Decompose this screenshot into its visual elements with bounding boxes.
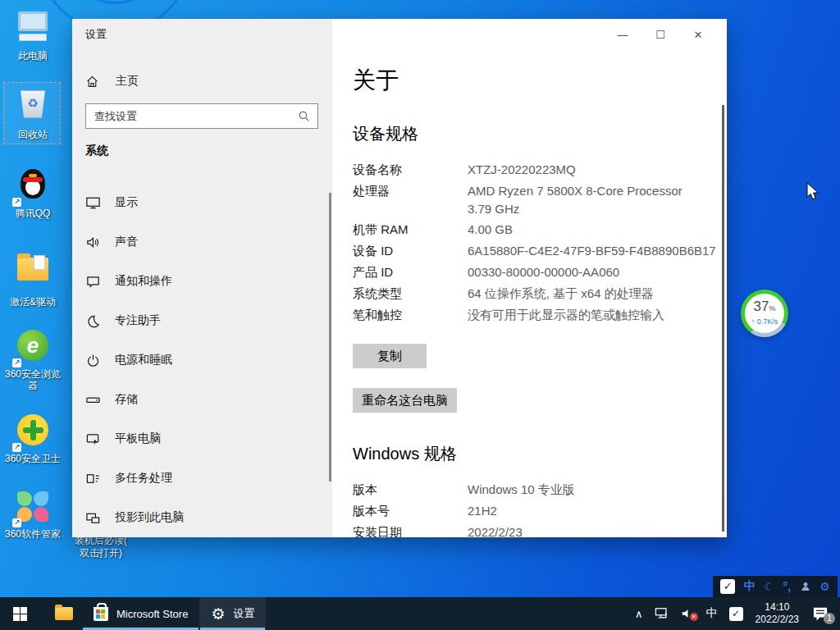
mouse-cursor <box>806 182 820 206</box>
search-input[interactable] <box>86 110 298 122</box>
sidebar-item-tablet[interactable]: 平板电脑 <box>72 419 332 459</box>
spec-value: 2022/2/23 <box>468 525 523 537</box>
sidebar-item-label: 声音 <box>115 235 138 249</box>
start-button[interactable] <box>0 597 39 630</box>
sidebar-item-label: 通知和操作 <box>115 274 172 289</box>
spec-value: AMD Ryzen 7 5800X 8-Core Processor <box>468 184 682 199</box>
ime-punctuation-icon[interactable]: °, <box>783 580 792 593</box>
settings-sidebar: 设置 主页 系统 显示 <box>72 19 332 537</box>
sidebar-item-label: 平板电脑 <box>115 431 161 446</box>
desktop: 此电脑 回收站 ↗ 腾讯QQ 激活&驱动 e ↗ 360安全浏览器 ↗ 360安… <box>0 0 840 630</box>
sidebar-item-storage[interactable]: 存储 <box>72 380 332 419</box>
desktop-icon-label: 腾讯QQ <box>1 208 65 219</box>
spec-label: 处理器 <box>353 184 468 199</box>
sidebar-home-label: 主页 <box>116 74 139 89</box>
spec-label: 安装日期 <box>353 525 468 537</box>
tray-date: 2022/2/23 <box>756 614 799 625</box>
ime-toolbar: ✓ 中 ☾ °, ⚙ <box>713 576 838 597</box>
action-center-button[interactable]: 1 <box>806 597 840 630</box>
desktop-icon-readme-label[interactable]: 装机后必读( 双击打开) <box>72 535 130 559</box>
ime-pen-icon[interactable]: ✓ <box>720 579 735 594</box>
shortcut-arrow-icon: ↗ <box>12 518 21 527</box>
desktop-icon-label: 激活&驱动 <box>1 296 65 308</box>
folder-icon <box>14 258 52 294</box>
sidebar-item-home[interactable]: 主页 <box>80 66 318 96</box>
notification-badge: 1 <box>824 613 835 624</box>
sidebar-item-notifications[interactable]: 通知和操作 <box>72 262 332 301</box>
spec-label: 机带 RAM <box>353 222 468 237</box>
upload-speed: ↑ 0.7K/s <box>745 317 784 326</box>
spec-value: 没有可用于此显示器的笔或触控输入 <box>468 308 664 322</box>
ime-lang-icon[interactable]: 中 <box>744 579 756 594</box>
copy-button[interactable]: 复制 <box>353 344 427 368</box>
spec-value: Windows 10 专业版 <box>468 482 575 497</box>
taskbar-file-explorer[interactable] <box>46 597 82 630</box>
spec-value: 00330-80000-00000-AA060 <box>468 265 619 280</box>
ime-settings-icon[interactable]: ⚙ <box>819 580 830 593</box>
network-icon[interactable] <box>649 597 675 630</box>
spec-value: 6A15880F-C4E2-47F9-BF59-F4B8890B6B17 <box>468 244 716 258</box>
desktop-icon-label: 360软件管家 <box>1 528 65 540</box>
tray-expand-chevron-icon[interactable]: ∧ <box>629 597 649 630</box>
sidebar-scrollbar[interactable] <box>329 193 331 482</box>
content-scrollbar[interactable] <box>722 105 724 532</box>
window-title: 设置 <box>85 27 107 42</box>
ime-person-icon[interactable] <box>800 581 811 592</box>
spec-row: 版本号 21H2 <box>353 504 727 518</box>
sidebar-item-projecting[interactable]: 投影到此电脑 <box>72 498 332 537</box>
desktop-icon-360-manager[interactable]: ↗ 360软件管家 <box>1 489 65 540</box>
spec-row: 安装日期 2022/2/23 <box>353 525 727 537</box>
device-spec-rows: 设备名称 XTZJ-20220223MQ 处理器 AMD Ryzen 7 580… <box>353 162 727 322</box>
sidebar-item-multitasking[interactable]: 多任务处理 <box>72 459 332 498</box>
settings-search-box[interactable] <box>85 103 318 129</box>
rename-pc-button[interactable]: 重命名这台电脑 <box>353 388 457 413</box>
sidebar-item-label: 专注助手 <box>115 313 161 328</box>
taskbar-app-label: 设置 <box>233 606 254 621</box>
sidebar-item-power-sleep[interactable]: 电源和睡眠 <box>72 340 332 380</box>
maximize-button[interactable]: ☐ <box>641 24 679 45</box>
spec-row: 笔和触控 没有可用于此显示器的笔或触控输入 <box>353 308 727 322</box>
sidebar-item-label: 存储 <box>115 392 138 407</box>
tray-time: 14:10 <box>765 601 789 613</box>
display-icon <box>85 195 102 211</box>
ime-language-indicator[interactable]: 中 <box>701 597 724 630</box>
storage-icon <box>85 392 102 408</box>
memory-percent: 37% <box>745 299 784 316</box>
desktop-icon-360-safe[interactable]: ↗ 360安全卫士 <box>1 413 65 464</box>
windows-logo-icon <box>13 607 27 621</box>
volume-muted-icon[interactable]: ✕ <box>675 597 701 630</box>
minimize-button[interactable]: — <box>604 24 641 45</box>
spec-row: 设备名称 XTZJ-20220223MQ <box>353 162 727 177</box>
windows-spec-rows: 版本 Windows 10 专业版 版本号 21H2 安装日期 2022/2/2… <box>353 482 727 537</box>
desktop-icon-drivers-folder[interactable]: 激活&驱动 <box>1 253 65 308</box>
system-tray: ∧ ✕ 中 ✓ 14:10 2022/2/23 1 <box>629 597 840 630</box>
desktop-icon-360-browser[interactable]: e ↗ 360安全浏览器 <box>1 328 65 391</box>
sidebar-item-display[interactable]: 显示 <box>72 183 332 222</box>
360-manager-icon: ↗ <box>14 490 52 526</box>
spec-row: 系统类型 64 位操作系统, 基于 x64 的处理器 <box>353 286 727 301</box>
spec-row: 机带 RAM 4.00 GB <box>353 222 727 237</box>
desktop-icon-recycle-bin[interactable]: 回收站 <box>1 87 65 140</box>
desktop-icon-label: 此电脑 <box>1 50 65 62</box>
close-button[interactable]: ✕ <box>679 24 717 45</box>
360-speed-widget[interactable]: 37% ↑ 0.7K/s <box>741 290 788 337</box>
spec-row: 处理器 AMD Ryzen 7 5800X 8-Core Processor <box>353 184 727 199</box>
taskbar-settings[interactable]: ⚙ 设置 <box>199 597 266 630</box>
spec-value: XTZJ-20220223MQ <box>468 162 576 177</box>
desktop-icon-label: 回收站 <box>1 129 65 140</box>
shortcut-arrow-icon: ↗ <box>12 198 21 207</box>
spec-row: 产品 ID 00330-80000-00000-AA060 <box>353 265 727 280</box>
ime-moon-icon[interactable]: ☾ <box>764 580 774 593</box>
spec-label: 版本 <box>353 482 468 497</box>
mute-badge-icon: ✕ <box>690 613 698 621</box>
sidebar-item-focus-assist[interactable]: 专注助手 <box>72 301 332 340</box>
search-icon[interactable] <box>298 110 310 122</box>
ime-tray-icon[interactable]: ✓ <box>724 597 749 630</box>
taskbar-microsoft-store[interactable]: Microsoft Store <box>82 597 199 630</box>
desktop-icon-this-pc[interactable]: 此电脑 <box>1 10 65 62</box>
sidebar-item-sound[interactable]: 声音 <box>72 222 332 262</box>
desktop-icon-qq[interactable]: ↗ 腾讯QQ <box>1 167 65 219</box>
tray-clock[interactable]: 14:10 2022/2/23 <box>749 597 806 630</box>
notifications-icon <box>85 274 102 290</box>
spec-value-line2: 3.79 GHz <box>468 202 727 216</box>
